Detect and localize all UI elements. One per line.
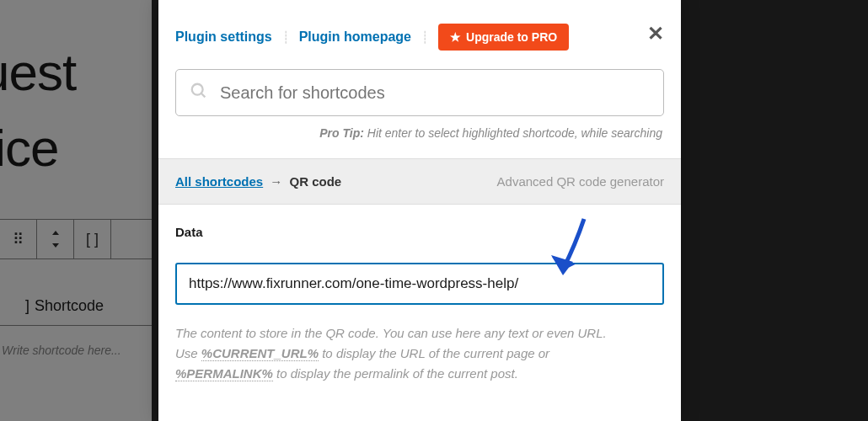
close-icon[interactable]: ✕ xyxy=(647,22,664,45)
svg-point-0 xyxy=(192,84,203,95)
shortcode-description: Advanced QR code generator xyxy=(497,174,664,189)
data-help-text: The content to store in the QR code. You… xyxy=(175,323,664,384)
breadcrumb-arrow-icon: → xyxy=(270,174,282,189)
breadcrumb-bar: All shortcodes → QR code Advanced QR cod… xyxy=(158,158,681,205)
plugin-homepage-link[interactable]: Plugin homepage xyxy=(299,29,411,45)
star-icon: ★ xyxy=(450,30,461,44)
upgrade-to-pro-button[interactable]: ★ Upgrade to PRO xyxy=(438,24,569,51)
search-container xyxy=(175,69,664,116)
current-url-token: %CURRENT_URL% xyxy=(201,346,319,361)
shortcode-modal: Plugin settings ┊ Plugin homepage ┊ ★ Up… xyxy=(158,0,681,421)
form-section: Data The content to store in the QR code… xyxy=(158,205,681,404)
svg-line-1 xyxy=(201,93,206,98)
data-field-label: Data xyxy=(175,225,664,239)
upgrade-label: Upgrade to PRO xyxy=(466,30,557,44)
plugin-settings-link[interactable]: Plugin settings xyxy=(175,29,272,45)
pro-tip-text: Pro Tip: Hit enter to select highlighted… xyxy=(158,123,681,158)
header-divider: ┊ xyxy=(282,30,289,44)
data-input[interactable] xyxy=(175,263,664,305)
breadcrumb: All shortcodes → QR code xyxy=(175,174,341,189)
all-shortcodes-link[interactable]: All shortcodes xyxy=(175,174,263,189)
search-icon xyxy=(190,82,208,104)
header-divider: ┊ xyxy=(421,30,428,44)
breadcrumb-current: QR code xyxy=(290,174,342,189)
permalink-token: %PERMALINK% xyxy=(175,366,273,381)
search-input[interactable] xyxy=(220,83,650,103)
modal-header: Plugin settings ┊ Plugin homepage ┊ ★ Up… xyxy=(158,0,681,66)
